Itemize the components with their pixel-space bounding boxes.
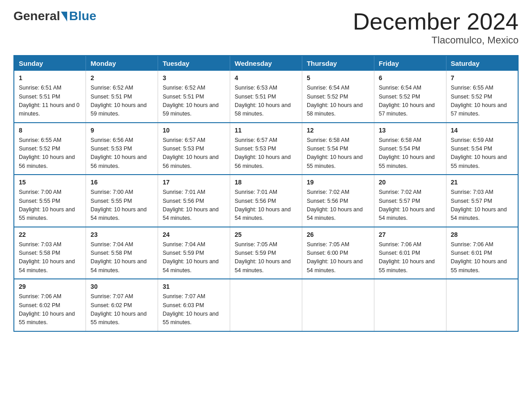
day-number: 19 (307, 178, 369, 187)
day-number: 12 (307, 126, 369, 135)
day-info: Sunrise: 7:07 AMSunset: 6:02 PMDaylight:… (90, 293, 146, 325)
header-saturday: Saturday (446, 56, 518, 71)
day-info: Sunrise: 7:05 AMSunset: 6:00 PMDaylight:… (307, 241, 363, 274)
calendar-day-23: 23Sunrise: 7:04 AMSunset: 5:58 PMDayligh… (86, 227, 158, 279)
day-number: 15 (19, 178, 81, 187)
calendar-empty-cell (374, 279, 446, 331)
calendar-day-31: 31Sunrise: 7:07 AMSunset: 6:03 PMDayligh… (158, 279, 230, 331)
calendar-week-row: 1Sunrise: 6:51 AMSunset: 5:51 PMDaylight… (14, 71, 518, 123)
calendar-day-5: 5Sunrise: 6:54 AMSunset: 5:52 PMDaylight… (302, 71, 374, 123)
day-number: 22 (19, 230, 81, 240)
calendar-day-13: 13Sunrise: 6:58 AMSunset: 5:54 PMDayligh… (374, 123, 446, 175)
logo-blue: Blue (69, 9, 96, 23)
calendar-day-3: 3Sunrise: 6:52 AMSunset: 5:51 PMDaylight… (158, 71, 230, 123)
day-number: 20 (379, 178, 442, 187)
day-info: Sunrise: 7:06 AMSunset: 6:01 PMDaylight:… (451, 241, 507, 274)
day-number: 30 (90, 282, 153, 291)
calendar-empty-cell (230, 279, 302, 331)
day-info: Sunrise: 7:04 AMSunset: 5:59 PMDaylight:… (163, 241, 219, 274)
day-info: Sunrise: 6:58 AMSunset: 5:54 PMDaylight:… (379, 137, 435, 169)
day-info: Sunrise: 6:54 AMSunset: 5:52 PMDaylight:… (379, 85, 435, 117)
calendar-day-2: 2Sunrise: 6:52 AMSunset: 5:51 PMDaylight… (86, 71, 158, 123)
day-info: Sunrise: 7:02 AMSunset: 5:57 PMDaylight:… (379, 189, 435, 221)
day-number: 26 (307, 230, 369, 240)
calendar-day-27: 27Sunrise: 7:06 AMSunset: 6:01 PMDayligh… (374, 227, 446, 279)
day-number: 28 (451, 230, 513, 240)
day-number: 25 (235, 230, 297, 240)
day-number: 31 (163, 282, 225, 291)
day-number: 5 (307, 73, 369, 83)
day-number: 8 (19, 126, 81, 135)
day-info: Sunrise: 7:03 AMSunset: 5:58 PMDaylight:… (19, 241, 75, 274)
calendar-table: SundayMondayTuesdayWednesdayThursdayFrid… (13, 55, 519, 332)
day-info: Sunrise: 7:04 AMSunset: 5:58 PMDaylight:… (90, 241, 146, 274)
calendar-empty-cell (302, 279, 374, 331)
day-number: 23 (90, 230, 153, 240)
calendar-day-19: 19Sunrise: 7:02 AMSunset: 5:56 PMDayligh… (302, 175, 374, 227)
calendar-week-row: 15Sunrise: 7:00 AMSunset: 5:55 PMDayligh… (14, 175, 518, 227)
calendar-day-8: 8Sunrise: 6:55 AMSunset: 5:52 PMDaylight… (14, 123, 86, 175)
day-info: Sunrise: 6:58 AMSunset: 5:54 PMDaylight:… (307, 137, 363, 169)
day-info: Sunrise: 6:56 AMSunset: 5:53 PMDaylight:… (90, 137, 146, 169)
day-info: Sunrise: 7:00 AMSunset: 5:55 PMDaylight:… (90, 189, 146, 221)
day-number: 11 (235, 126, 297, 135)
calendar-empty-cell (446, 279, 518, 331)
day-info: Sunrise: 6:57 AMSunset: 5:53 PMDaylight:… (235, 137, 291, 169)
calendar-day-10: 10Sunrise: 6:57 AMSunset: 5:53 PMDayligh… (158, 123, 230, 175)
calendar-day-17: 17Sunrise: 7:01 AMSunset: 5:56 PMDayligh… (158, 175, 230, 227)
day-number: 7 (451, 73, 513, 83)
logo: General Blue (13, 9, 96, 23)
calendar-week-row: 29Sunrise: 7:06 AMSunset: 6:02 PMDayligh… (14, 279, 518, 331)
calendar-day-16: 16Sunrise: 7:00 AMSunset: 5:55 PMDayligh… (86, 175, 158, 227)
logo-general: General (13, 9, 60, 23)
calendar-day-22: 22Sunrise: 7:03 AMSunset: 5:58 PMDayligh… (14, 227, 86, 279)
calendar-day-1: 1Sunrise: 6:51 AMSunset: 5:51 PMDaylight… (14, 71, 86, 123)
header-sunday: Sunday (14, 56, 86, 71)
day-info: Sunrise: 6:52 AMSunset: 5:51 PMDaylight:… (90, 85, 146, 117)
day-number: 14 (451, 126, 513, 135)
logo-triangle-icon (61, 12, 67, 21)
day-info: Sunrise: 7:01 AMSunset: 5:56 PMDaylight:… (235, 189, 291, 221)
calendar-day-4: 4Sunrise: 6:53 AMSunset: 5:51 PMDaylight… (230, 71, 302, 123)
day-info: Sunrise: 7:03 AMSunset: 5:57 PMDaylight:… (451, 189, 507, 221)
day-number: 27 (379, 230, 442, 240)
calendar-day-6: 6Sunrise: 6:54 AMSunset: 5:52 PMDaylight… (374, 71, 446, 123)
day-info: Sunrise: 7:05 AMSunset: 5:59 PMDaylight:… (235, 241, 291, 274)
header-thursday: Thursday (302, 56, 374, 71)
day-info: Sunrise: 7:01 AMSunset: 5:56 PMDaylight:… (163, 189, 219, 221)
calendar-day-20: 20Sunrise: 7:02 AMSunset: 5:57 PMDayligh… (374, 175, 446, 227)
calendar-day-14: 14Sunrise: 6:59 AMSunset: 5:54 PMDayligh… (446, 123, 518, 175)
calendar-day-15: 15Sunrise: 7:00 AMSunset: 5:55 PMDayligh… (14, 175, 86, 227)
calendar-day-12: 12Sunrise: 6:58 AMSunset: 5:54 PMDayligh… (302, 123, 374, 175)
header-monday: Monday (86, 56, 158, 71)
day-number: 16 (90, 178, 153, 187)
day-number: 1 (19, 73, 81, 83)
day-info: Sunrise: 6:53 AMSunset: 5:51 PMDaylight:… (235, 85, 291, 117)
day-info: Sunrise: 6:54 AMSunset: 5:52 PMDaylight:… (307, 85, 363, 117)
day-info: Sunrise: 6:59 AMSunset: 5:54 PMDaylight:… (451, 137, 507, 169)
day-info: Sunrise: 7:00 AMSunset: 5:55 PMDaylight:… (19, 189, 75, 221)
day-info: Sunrise: 6:51 AMSunset: 5:51 PMDaylight:… (19, 85, 80, 117)
calendar-day-24: 24Sunrise: 7:04 AMSunset: 5:59 PMDayligh… (158, 227, 230, 279)
title-section: December 2024 Tlacomulco, Mexico (353, 9, 519, 46)
calendar-week-row: 8Sunrise: 6:55 AMSunset: 5:52 PMDaylight… (14, 123, 518, 175)
calendar-day-9: 9Sunrise: 6:56 AMSunset: 5:53 PMDaylight… (86, 123, 158, 175)
calendar-day-25: 25Sunrise: 7:05 AMSunset: 5:59 PMDayligh… (230, 227, 302, 279)
day-info: Sunrise: 6:55 AMSunset: 5:52 PMDaylight:… (19, 137, 75, 169)
calendar-day-21: 21Sunrise: 7:03 AMSunset: 5:57 PMDayligh… (446, 175, 518, 227)
day-info: Sunrise: 7:06 AMSunset: 6:02 PMDaylight:… (19, 293, 75, 325)
month-title: December 2024 (353, 9, 519, 34)
day-number: 13 (379, 126, 442, 135)
location-title: Tlacomulco, Mexico (353, 34, 519, 46)
calendar-day-18: 18Sunrise: 7:01 AMSunset: 5:56 PMDayligh… (230, 175, 302, 227)
day-number: 3 (163, 73, 225, 83)
day-info: Sunrise: 6:52 AMSunset: 5:51 PMDaylight:… (163, 85, 219, 117)
calendar-week-row: 22Sunrise: 7:03 AMSunset: 5:58 PMDayligh… (14, 227, 518, 279)
calendar-day-29: 29Sunrise: 7:06 AMSunset: 6:02 PMDayligh… (14, 279, 86, 331)
header-tuesday: Tuesday (158, 56, 230, 71)
calendar-day-7: 7Sunrise: 6:55 AMSunset: 5:52 PMDaylight… (446, 71, 518, 123)
calendar-day-30: 30Sunrise: 7:07 AMSunset: 6:02 PMDayligh… (86, 279, 158, 331)
day-number: 4 (235, 73, 297, 83)
day-number: 18 (235, 178, 297, 187)
day-info: Sunrise: 6:57 AMSunset: 5:53 PMDaylight:… (163, 137, 219, 169)
